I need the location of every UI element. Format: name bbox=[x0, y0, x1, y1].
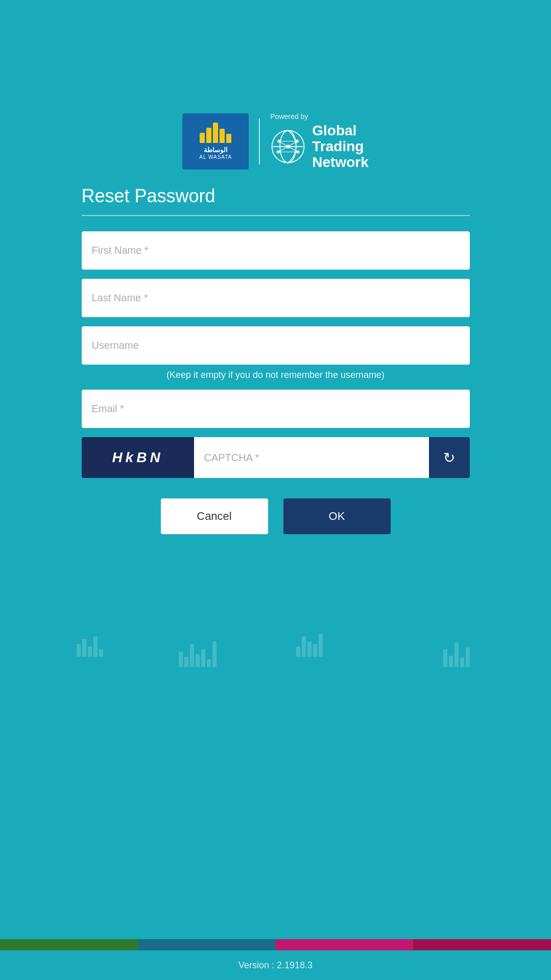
gtn-text: Global Trading Network bbox=[312, 123, 368, 170]
gtn-logo: Powered by Global bbox=[270, 112, 368, 170]
last-name-input[interactable] bbox=[82, 279, 470, 317]
version-text: Version : 2.1918.3 bbox=[0, 960, 551, 971]
title-divider bbox=[82, 215, 470, 216]
footer-segment-green bbox=[0, 939, 138, 950]
captcha-text: HkBN bbox=[112, 449, 163, 466]
footer-segment-magenta bbox=[276, 939, 414, 950]
al-wasata-logo: الوساطة AL WASATA bbox=[182, 113, 249, 170]
gtn-main-logo: Global Trading Network bbox=[270, 123, 368, 170]
deco-chart-3 bbox=[296, 634, 323, 657]
username-input[interactable] bbox=[82, 326, 470, 365]
al-wasata-english: AL WASATA bbox=[199, 154, 232, 160]
form-container: Reset Password (Keep it empty if you do … bbox=[66, 185, 485, 565]
globe-icon bbox=[270, 129, 306, 164]
page-title: Reset Password bbox=[82, 185, 470, 207]
first-name-input[interactable] bbox=[82, 231, 470, 270]
deco-chart-1 bbox=[77, 636, 103, 657]
logo-graphic bbox=[200, 123, 231, 143]
captcha-row: HkBN ↻ bbox=[82, 437, 470, 478]
logo-divider bbox=[259, 118, 260, 164]
ok-button[interactable]: OK bbox=[283, 498, 391, 534]
logo-area: الوساطة AL WASATA Powered by bbox=[182, 112, 368, 170]
username-helper-text: (Keep it empty if you do not remember th… bbox=[82, 370, 470, 380]
footer-color-bar bbox=[0, 939, 551, 950]
email-input[interactable] bbox=[82, 390, 470, 428]
deco-chart-2 bbox=[179, 641, 217, 667]
footer-segment-teal bbox=[138, 939, 276, 950]
footer-segment-darkmagenta bbox=[413, 939, 551, 950]
refresh-icon: ↻ bbox=[443, 449, 455, 466]
buttons-row: Cancel OK bbox=[82, 498, 470, 534]
powered-by-label: Powered by bbox=[270, 112, 308, 121]
decorative-area bbox=[66, 575, 485, 677]
captcha-refresh-button[interactable]: ↻ bbox=[429, 437, 470, 478]
al-wasata-arabic: الوساطة bbox=[204, 146, 228, 154]
cancel-button[interactable]: Cancel bbox=[161, 498, 268, 534]
captcha-image: HkBN bbox=[82, 437, 194, 478]
deco-chart-4 bbox=[443, 642, 470, 667]
captcha-input[interactable] bbox=[194, 437, 429, 478]
